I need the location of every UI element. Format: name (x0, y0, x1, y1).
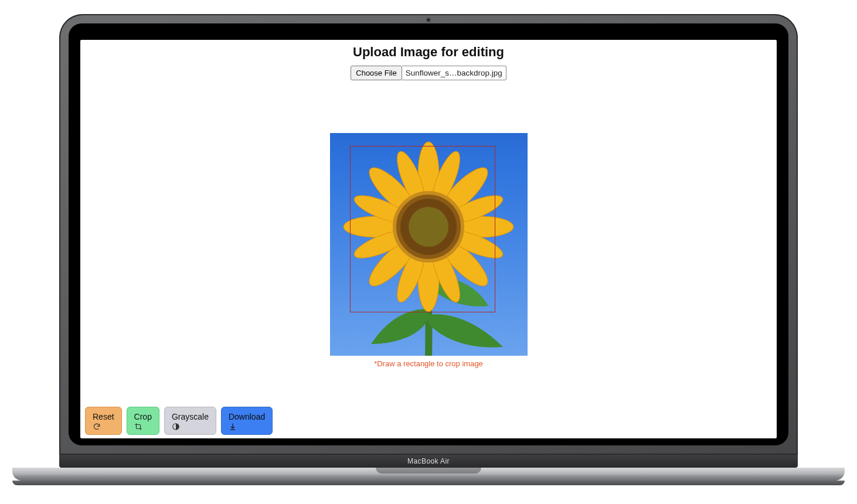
crop-button-label: Crop (134, 412, 152, 421)
reset-button[interactable]: Reset (85, 407, 122, 435)
crop-button[interactable]: Crop (127, 407, 159, 435)
svg-point-18 (409, 207, 448, 247)
download-button[interactable]: Download (221, 407, 273, 435)
page-title: Upload Image for editing (353, 45, 504, 60)
grayscale-button[interactable]: Grayscale (164, 407, 216, 435)
crop-icon (134, 423, 142, 431)
image-canvas[interactable] (330, 133, 528, 356)
download-icon (229, 423, 237, 431)
laptop-bezel: Upload Image for editing Choose File Sun… (59, 14, 798, 455)
crop-hint-text: *Draw a rectangle to crop image (330, 359, 528, 368)
laptop-notch (376, 468, 481, 474)
refresh-icon (93, 423, 101, 431)
grayscale-button-label: Grayscale (172, 412, 209, 421)
reset-button-label: Reset (93, 412, 114, 421)
app-viewport: Upload Image for editing Choose File Sun… (80, 40, 777, 438)
laptop-base (12, 468, 845, 481)
action-toolbar: Reset Crop Grayscale (85, 407, 273, 435)
laptop-foot (12, 481, 845, 485)
screen-inner-bezel: Upload Image for editing Choose File Sun… (69, 23, 788, 445)
contrast-icon (172, 423, 180, 431)
device-model-label: MacBook Air (59, 455, 798, 468)
page-main: Upload Image for editing Choose File Sun… (80, 40, 777, 438)
choose-file-button[interactable]: Choose File (351, 66, 402, 80)
image-editor-area: *Draw a rectangle to crop image (330, 133, 528, 368)
download-button-label: Download (229, 412, 265, 421)
laptop-frame: Upload Image for editing Choose File Sun… (59, 14, 798, 485)
image-content (330, 133, 528, 356)
selected-file-name: Sunflower_s…backdrop.jpg (402, 66, 506, 80)
file-input-row: Choose File Sunflower_s…backdrop.jpg (351, 66, 506, 80)
camera-dot (426, 18, 431, 22)
